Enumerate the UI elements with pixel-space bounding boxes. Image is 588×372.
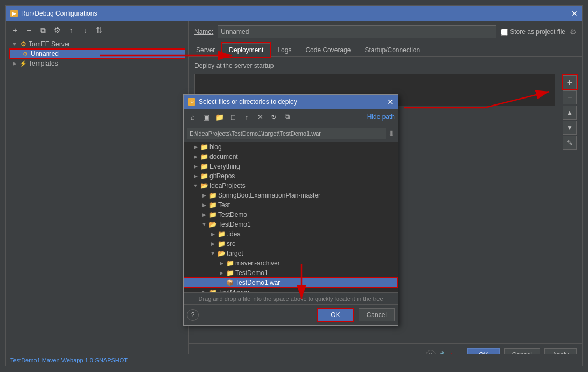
remove-config-button[interactable]: −	[23, 24, 35, 36]
test-label: Test	[218, 201, 230, 209]
store-checkbox[interactable]	[501, 29, 508, 36]
add-config-button[interactable]: +	[9, 24, 21, 36]
idea-arrow: ▶	[209, 231, 216, 237]
everything-folder-icon: 📁	[200, 163, 208, 170]
tab-logs[interactable]: Logs	[270, 43, 298, 57]
side-buttons: + − ▲ ▼ ✎	[563, 75, 577, 150]
maven-folder-icon: 📁	[226, 259, 234, 267]
file-tree-idea[interactable]: ▶ 📁 .idea	[184, 229, 398, 239]
move-up-config-button[interactable]: ↑	[65, 24, 77, 36]
edit-deploy-button[interactable]: ✎	[563, 136, 577, 150]
remove-deploy-button[interactable]: −	[563, 90, 577, 104]
close-button[interactable]: ✕	[571, 9, 578, 18]
file-tree: ▶ 📁 blog ▶ 📁 document ▶ 📁 Everything ▶ 📁…	[184, 142, 398, 293]
gitrepos-arrow: ▶	[192, 173, 199, 179]
springboot-label: SpringBootExaminationPlan-master	[218, 192, 320, 199]
gitrepos-label: gitRepos	[209, 172, 235, 180]
copy-config-button[interactable]: ⧉	[37, 24, 49, 36]
folder-button[interactable]: 📁	[214, 111, 226, 123]
file-tree-testmaven[interactable]: ▶ 📁 TestMaven	[184, 287, 398, 293]
move-up-deploy-button[interactable]: ▲	[563, 106, 577, 120]
testdemo1-folder-label: TestDemo1	[235, 269, 268, 277]
tab-server[interactable]: Server	[189, 43, 222, 57]
empty-btn1[interactable]: □	[227, 111, 239, 123]
tree-item-unnamed[interactable]: ⚙ Unnamed	[9, 49, 185, 59]
blog-label: blog	[209, 143, 222, 151]
name-row: Name: Store as project file ⚙	[189, 21, 582, 43]
tree-item-templates[interactable]: ▶ ⚡ Templates	[9, 59, 185, 68]
left-toolbar: + − ⧉ ⚙ ↑ ↓ ⇅	[9, 24, 185, 36]
file-tree-document[interactable]: ▶ 📁 document	[184, 152, 398, 162]
tab-deployment[interactable]: Deployment	[222, 43, 270, 57]
testmaven-label: TestMaven	[218, 289, 249, 293]
file-dialog-cancel-button[interactable]: Cancel	[359, 308, 395, 321]
testdemo1-label: TestDemo1	[218, 221, 251, 228]
move-down-deploy-button[interactable]: ▼	[563, 121, 577, 135]
file-tree-everything[interactable]: ▶ 📁 Everything	[184, 162, 398, 171]
file-tree-testdemo1[interactable]: ▼ 📂 TestDemo1	[184, 220, 398, 229]
file-tree-src[interactable]: ▶ 📁 src	[184, 239, 398, 249]
file-tree-target[interactable]: ▼ 📂 target	[184, 249, 398, 258]
file-dialog-icon: ⚙	[188, 98, 195, 106]
testdemo1-inner-folder-icon: 📁	[226, 269, 234, 277]
testdemo-label: TestDemo	[218, 211, 247, 219]
file-dialog-ok-button[interactable]: OK	[317, 308, 354, 322]
templates-label: Templates	[29, 60, 58, 67]
deploy-label: Deploy at the server startup	[194, 62, 555, 69]
file-tree-test[interactable]: ▶ 📁 Test	[184, 200, 398, 210]
sort-config-button[interactable]: ⇅	[93, 24, 105, 36]
target-arrow: ▼	[209, 250, 216, 257]
gear-button[interactable]: ⚙	[570, 27, 577, 36]
war-label: TestDemo1.war	[235, 279, 280, 286]
run-debug-icon: ▶	[10, 10, 18, 17]
testdemo-folder-icon: 📁	[209, 211, 216, 219]
tree-item-tomee-group[interactable]: ▼ ⚙ TomEE Server	[9, 39, 185, 49]
file-tree-maven-archiver[interactable]: ▶ 📁 maven-archiver	[184, 258, 398, 268]
file-dialog-help-button[interactable]: ?	[187, 309, 199, 321]
tab-startup-connection[interactable]: Startup/Connection	[358, 43, 427, 57]
file-tree-springboot[interactable]: ▶ 📁 SpringBootExaminationPlan-master	[184, 191, 398, 200]
file-dialog-buttons: ? OK Cancel	[184, 304, 398, 325]
everything-label: Everything	[209, 163, 240, 170]
doc-folder-icon: 📁	[200, 153, 208, 160]
delete-file-button[interactable]: ✕	[254, 111, 266, 123]
ideaprojects-folder-icon: 📂	[200, 182, 208, 189]
hide-path-button[interactable]: Hide path	[367, 113, 395, 121]
maven-arrow: ▶	[218, 260, 225, 266]
file-tree-testdemo1-folder[interactable]: ▶ 📁 TestDemo1	[184, 268, 398, 278]
templates-arrow: ▶	[11, 60, 18, 67]
home-button[interactable]: ⌂	[187, 111, 199, 123]
file-tree-testdemo[interactable]: ▶ 📁 TestDemo	[184, 210, 398, 220]
file-dialog-title-text: Select files or directories to deploy	[199, 98, 297, 106]
refresh-button[interactable]: ↻	[268, 111, 279, 123]
name-input[interactable]	[218, 25, 496, 38]
file-tree-gitrepos[interactable]: ▶ 📁 gitRepos	[184, 171, 398, 181]
status-text: TestDemo1 Maven Webapp 1.0-SNAPSHOT	[10, 357, 128, 363]
monitor-button[interactable]: ▣	[200, 111, 212, 123]
testmaven-arrow: ▶	[201, 289, 207, 293]
tomee-group-icon: ⚙	[19, 40, 27, 48]
settings-config-button[interactable]: ⚙	[51, 24, 63, 36]
tab-code-coverage[interactable]: Code Coverage	[298, 43, 358, 57]
file-tree-ideaprojects[interactable]: ▼ 📂 IdeaProjects	[184, 181, 398, 191]
file-dialog-close[interactable]: ✕	[387, 97, 394, 106]
test-arrow: ▶	[201, 202, 207, 208]
move-down-config-button[interactable]: ↓	[79, 24, 91, 36]
file-tree-blog[interactable]: ▶ 📁 blog	[184, 142, 398, 152]
file-tree-war[interactable]: 📦 TestDemo1.war	[184, 278, 398, 287]
expand-arrow: ▼	[11, 41, 18, 47]
src-folder-icon: 📁	[218, 240, 225, 248]
everything-arrow: ▶	[192, 163, 199, 170]
up-folder-button[interactable]: ↑	[241, 111, 253, 123]
test-folder-icon: 📁	[209, 201, 216, 209]
file-toolbar: ⌂ ▣ 📁 □ ↑ ✕ ↻ ⧉ Hide path	[184, 109, 398, 125]
tomee-group-label: TomEE Server	[29, 40, 70, 48]
doc-arrow: ▶	[192, 153, 199, 160]
add-deploy-button[interactable]: +	[563, 75, 577, 89]
store-checkbox-container: Store as project file	[501, 28, 565, 36]
drag-drop-hint: Drag and drop a file into the space abov…	[184, 293, 398, 304]
path-expand-button[interactable]: ⬇	[388, 129, 395, 138]
dialog-title: Run/Debug Configurations	[21, 10, 97, 17]
path-input[interactable]	[187, 128, 386, 139]
copy-path-button[interactable]: ⧉	[281, 111, 293, 123]
